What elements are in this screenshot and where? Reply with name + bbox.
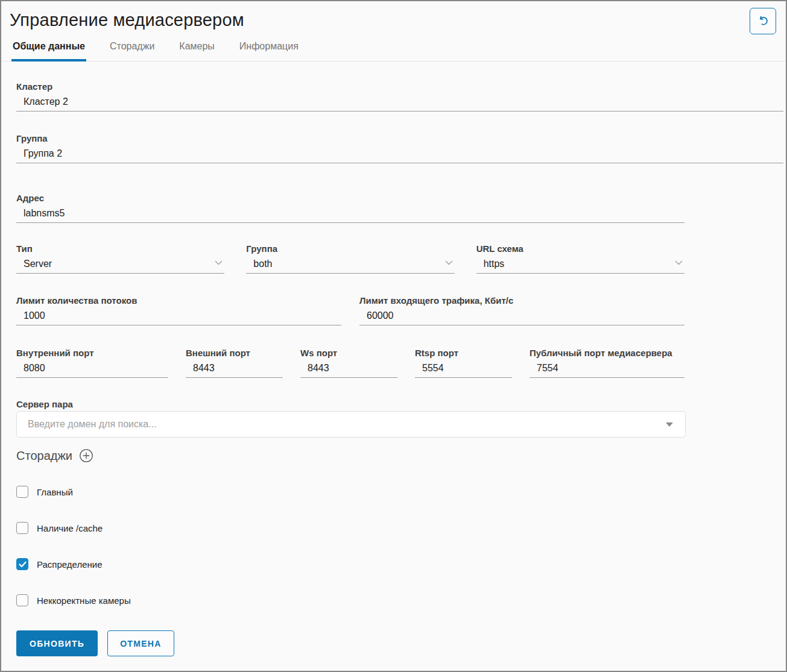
tab-info-label: Информация bbox=[239, 41, 299, 51]
external-port-input[interactable] bbox=[186, 358, 283, 378]
tab-storages-label: Стораджи bbox=[110, 41, 154, 51]
group-input[interactable] bbox=[16, 143, 783, 163]
storages-checkbox-list: Главный Наличие /cache Распределение Нек… bbox=[16, 486, 786, 606]
checkbox-box[interactable] bbox=[16, 486, 28, 498]
server-pair-field: Сервер пара bbox=[16, 399, 786, 438]
rtsp-port-label: Rtsp порт bbox=[415, 348, 512, 358]
checkbox-nekkorektnye-kamery[interactable]: Неккоректные камеры bbox=[16, 594, 786, 606]
checkbox-glavny[interactable]: Главный bbox=[16, 486, 786, 498]
update-button[interactable]: ОБНОВИТЬ bbox=[16, 630, 98, 656]
group-select-field: Группа both bbox=[246, 243, 454, 274]
plus-circle-icon bbox=[79, 448, 93, 463]
url-scheme-value: https bbox=[484, 259, 505, 269]
ws-port-field: Ws порт bbox=[300, 348, 397, 378]
checkbox-box[interactable] bbox=[16, 522, 28, 534]
stream-limit-input[interactable] bbox=[16, 306, 341, 325]
external-port-label: Внешний порт bbox=[186, 348, 283, 358]
add-storage-button[interactable] bbox=[79, 448, 93, 463]
url-scheme-select[interactable]: https bbox=[476, 254, 684, 274]
group-select-value: both bbox=[253, 259, 272, 269]
internal-port-input[interactable] bbox=[16, 358, 168, 378]
tab-storages[interactable]: Стораджи bbox=[109, 41, 156, 61]
public-port-field: Публичный порт медиасервера bbox=[529, 348, 684, 378]
storages-section-header: Стораджи bbox=[16, 448, 786, 463]
checkbox-box[interactable] bbox=[16, 558, 28, 570]
page-title: Управление медиасервером bbox=[10, 10, 786, 30]
chevron-down-icon bbox=[215, 256, 223, 268]
address-input[interactable] bbox=[16, 203, 684, 223]
type-field: Тип Server bbox=[16, 243, 224, 274]
checkbox-raspredelenie[interactable]: Распределение bbox=[16, 558, 786, 570]
type-select-value: Server bbox=[24, 259, 52, 269]
address-field: Адрес bbox=[16, 193, 684, 223]
rtsp-port-field: Rtsp порт bbox=[415, 348, 512, 378]
server-pair-combobox[interactable] bbox=[16, 411, 686, 438]
checkmark-icon bbox=[19, 561, 27, 568]
url-scheme-label: URL схема bbox=[476, 243, 684, 254]
cluster-field: Кластер bbox=[16, 81, 783, 111]
storages-heading: Стораджи bbox=[16, 449, 72, 463]
page-header: Управление медиасервером bbox=[1, 1, 786, 30]
back-button[interactable] bbox=[750, 8, 776, 34]
chevron-down-icon bbox=[675, 256, 683, 268]
type-label: Тип bbox=[16, 243, 224, 254]
public-port-label: Публичный порт медиасервера bbox=[529, 348, 684, 358]
tab-general-label: Общие данные bbox=[13, 41, 85, 51]
ports-row: Внутренний порт Внешний порт Ws порт Rts… bbox=[16, 348, 684, 378]
tab-info[interactable]: Информация bbox=[238, 41, 300, 61]
checkbox-label: Неккоректные камеры bbox=[37, 595, 131, 606]
checkbox-box[interactable] bbox=[16, 594, 28, 606]
tab-general[interactable]: Общие данные bbox=[11, 41, 86, 61]
tab-cameras-label: Камеры bbox=[179, 41, 215, 51]
cluster-input[interactable] bbox=[16, 92, 783, 111]
checkbox-label: Главный bbox=[37, 487, 73, 497]
chevron-down-icon bbox=[445, 256, 453, 268]
url-scheme-field: URL схема https bbox=[476, 243, 684, 274]
ws-port-label: Ws порт bbox=[300, 348, 397, 358]
group-field: Группа bbox=[16, 133, 783, 163]
rtsp-port-input[interactable] bbox=[415, 358, 512, 378]
server-pair-label: Сервер пара bbox=[16, 399, 786, 409]
tab-bar: Общие данные Стораджи Камеры Информация bbox=[1, 41, 786, 61]
ws-port-input[interactable] bbox=[300, 358, 397, 378]
cancel-button[interactable]: ОТМЕНА bbox=[107, 630, 174, 656]
form-actions: ОБНОВИТЬ ОТМЕНА bbox=[16, 630, 786, 656]
tab-cameras[interactable]: Камеры bbox=[178, 41, 216, 61]
address-label: Адрес bbox=[16, 193, 684, 203]
dropdown-triangle-icon[interactable] bbox=[666, 422, 673, 427]
internal-port-field: Внутренний порт bbox=[16, 348, 168, 378]
server-pair-search-input[interactable] bbox=[27, 418, 666, 430]
group-select-label: Группа bbox=[246, 243, 454, 254]
group-select[interactable]: both bbox=[246, 254, 454, 274]
limits-row: Лимит количества потоков Лимит входящего… bbox=[16, 295, 684, 325]
checkbox-label: Распределение bbox=[37, 559, 103, 570]
select-row: Тип Server Группа both URL схема https bbox=[16, 243, 684, 274]
public-port-input[interactable] bbox=[529, 358, 684, 378]
stream-limit-field: Лимит количества потоков bbox=[16, 295, 341, 325]
internal-port-label: Внутренний порт bbox=[16, 348, 168, 358]
stream-limit-label: Лимит количества потоков bbox=[16, 295, 341, 306]
cluster-label: Кластер bbox=[16, 81, 783, 92]
undo-arrow-icon bbox=[755, 13, 771, 29]
traffic-limit-label: Лимит входящего трафика, Кбит/с bbox=[359, 295, 684, 306]
group-label: Группа bbox=[16, 133, 783, 143]
traffic-limit-input[interactable] bbox=[359, 306, 684, 325]
type-select[interactable]: Server bbox=[16, 254, 224, 274]
general-form: Кластер Группа Адрес Тип Server Группа b… bbox=[1, 61, 786, 656]
external-port-field: Внешний порт bbox=[186, 348, 283, 378]
traffic-limit-field: Лимит входящего трафика, Кбит/с bbox=[359, 295, 684, 325]
checkbox-nalichie-cache[interactable]: Наличие /cache bbox=[16, 522, 786, 534]
checkbox-label: Наличие /cache bbox=[37, 523, 103, 533]
